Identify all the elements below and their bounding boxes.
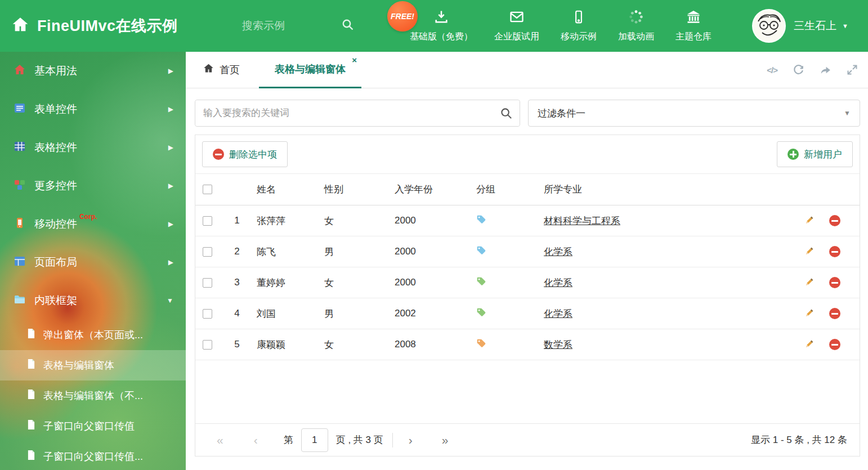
chevron-right-icon: ▶ [168,220,173,228]
filter-dropdown[interactable]: 过滤条件一 ▼ [528,100,860,127]
add-user-button[interactable]: 新增用户 [777,141,853,167]
delete-selected-button[interactable]: 删除选中项 [202,141,288,167]
file-icon [27,359,35,372]
edit-icon[interactable] [803,215,815,226]
tag-icon [476,245,486,256]
app-header: FineUIMvc在线示例 FREE! 基础版（免费） 企业版试 [0,0,868,52]
nav-label: 基础版（免费） [410,31,473,43]
layout-icon [14,255,26,270]
nav-item-basic-free[interactable]: 基础版（免费） [410,9,473,43]
nav-item-mobile-demo[interactable]: 移动示例 [561,9,597,43]
edit-icon[interactable] [803,246,815,257]
tag-icon [476,338,486,348]
close-icon[interactable]: × [352,55,357,65]
corp-badge: Corp. [79,213,97,221]
cell-name: 董婷婷 [254,276,321,289]
share-icon[interactable] [820,64,831,76]
delete-icon[interactable] [829,277,840,288]
cell-group [473,214,541,227]
row-checkbox[interactable] [203,309,212,319]
sidebar-item-label: 内联框架 [34,293,77,308]
sidebar-subitem-child-to-parent-2[interactable]: 子窗口向父窗口传值... [0,441,186,470]
major-link[interactable]: 数学系 [544,339,572,350]
sidebar-item-inline-frame[interactable]: 内联框架 ▼ [0,281,186,320]
edit-icon[interactable] [803,277,815,288]
sidebar-item-label: 页面布局 [34,255,77,270]
brand[interactable]: FineUIMvc在线示例 [11,0,178,52]
filter-row: 过滤条件一 ▼ [186,88,868,127]
expand-icon[interactable] [847,64,858,75]
search-icon[interactable] [500,107,513,122]
last-page-icon[interactable]: » [442,434,449,446]
app-title: FineUIMvc在线示例 [37,16,178,36]
search-icon[interactable] [341,18,355,34]
next-page-icon[interactable]: › [409,434,413,446]
delete-icon[interactable] [829,246,840,257]
tab-home[interactable]: 首页 [203,62,240,77]
tab-label: 首页 [220,63,240,77]
tag-icon [476,276,486,287]
mobile-icon [14,217,26,232]
major-link[interactable]: 化学系 [544,277,572,288]
user-menu[interactable]: 三生石上 ▼ [794,0,848,52]
cell-group [473,307,541,320]
sidebar-item-label: 基本用法 [34,64,77,78]
column-header-group: 分组 [473,183,541,196]
cell-gender: 男 [321,245,392,258]
file-icon [27,389,35,402]
first-page-icon[interactable]: « [217,434,223,446]
major-link[interactable]: 化学系 [544,247,572,257]
sidebar-item-label: 表单控件 [34,102,77,117]
keyword-search-input[interactable] [195,100,520,126]
sidebar-item-basic-usage[interactable]: 基本用法 ▶ [0,52,186,90]
header-nav: 基础版（免费） 企业版试用 移动示例 [410,0,712,52]
sidebar-item-more-controls[interactable]: 更多控件 ▶ [0,167,186,205]
sidebar-item-label: 更多控件 [34,178,77,193]
grid-empty-space [195,360,860,423]
sidebar-item-page-layout[interactable]: 页面布局 ▶ [0,243,186,281]
row-checkbox[interactable] [203,216,212,226]
row-index: 1 [220,215,254,226]
major-link[interactable]: 化学系 [544,308,572,319]
select-all-checkbox[interactable] [203,185,212,194]
header-search-input[interactable] [242,20,326,32]
sidebar-subitem-child-to-parent[interactable]: 子窗口向父窗口传值 [0,411,186,441]
sidebar-subitem-grid-edit-window[interactable]: 表格与编辑窗体 [0,350,186,381]
tab-label: 表格与编辑窗体 [275,62,346,76]
delete-icon[interactable] [829,308,840,319]
record-count-summary: 显示 1 - 5 条 , 共 12 条 [751,433,851,446]
user-avatar[interactable] [752,9,786,43]
refresh-icon[interactable] [793,64,804,76]
previous-page-icon[interactable]: ‹ [254,434,258,446]
pager-divider [392,433,393,447]
sidebar-item-mobile-controls[interactable]: 移动控件 Corp. ▶ [0,205,186,243]
edit-icon[interactable] [803,339,815,350]
row-checkbox[interactable] [203,340,212,350]
nav-item-theme-repo[interactable]: 主题仓库 [675,9,712,43]
row-checkbox[interactable] [203,247,212,257]
major-link[interactable]: 材料科学与工程系 [544,216,620,226]
row-checkbox[interactable] [203,278,212,288]
nav-item-enterprise-trial[interactable]: 企业版试用 [494,9,539,43]
page-number-input[interactable] [301,428,328,452]
delete-icon[interactable] [829,339,840,350]
sidebar-subitem-grid-edit-window-2[interactable]: 表格与编辑窗体（不... [0,381,186,411]
spinner-icon [628,9,644,27]
page-label-suffix: 页 , 共 3 页 [336,433,383,446]
sidebar-item-form-controls[interactable]: 表单控件 ▶ [0,90,186,128]
download-icon [433,9,450,27]
cell-name: 陈飞 [254,245,321,258]
sidebar-subitem-popup-window[interactable]: 弹出窗体（本页面或... [0,320,186,350]
delete-icon[interactable] [829,215,840,226]
source-code-icon[interactable]: </> [767,65,777,75]
nav-item-loading-animations[interactable]: 加载动画 [618,9,654,43]
home-icon [203,62,214,77]
tab-grid-edit-window[interactable]: 表格与编辑窗体 × [259,52,361,88]
table-icon [14,140,26,155]
sidebar-item-grid-controls[interactable]: 表格控件 ▶ [0,128,186,167]
edit-icon[interactable] [803,308,815,319]
chevron-down-icon: ▼ [844,109,851,117]
table-row: 5 康颖颖 女 2008 数学系 [195,329,860,360]
chevron-right-icon: ▶ [168,182,173,190]
cell-year: 2000 [392,215,473,226]
